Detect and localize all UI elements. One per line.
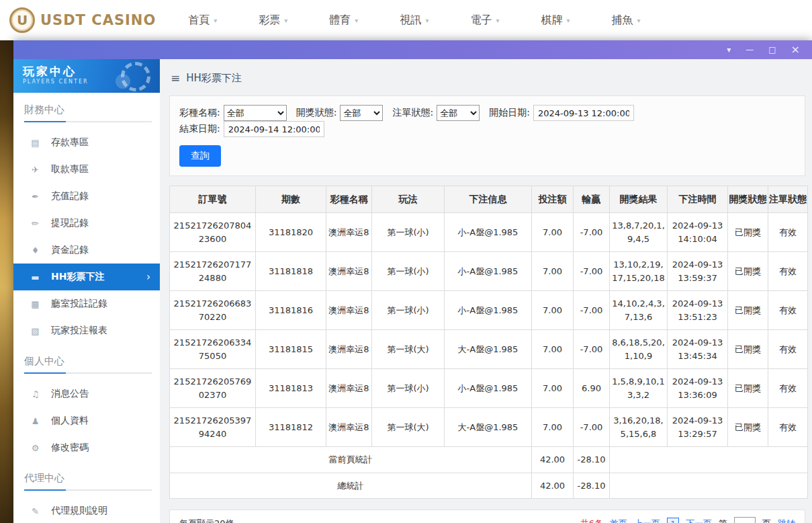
chevron-down-icon: ▾	[496, 17, 499, 24]
logo[interactable]: U USDT CASINO	[0, 7, 156, 33]
table-cell: 3,16,20,18,5,15,6,8	[610, 408, 668, 447]
bet-table-body: 215217262078042360031181820澳洲幸运8第一球(小)小-…	[170, 213, 808, 447]
column-header-order-status: 注單狀態	[768, 186, 808, 213]
sidebar-item-profile[interactable]: ♟ 個人資料	[13, 407, 160, 434]
end-date-label: 結束日期:	[179, 123, 220, 135]
nav-item-sports[interactable]: 體育 ▾	[329, 13, 358, 28]
current-page-button[interactable]: 1	[667, 518, 679, 523]
sidebar-subtitle: PLAYERS CENTER	[23, 79, 160, 85]
sidebar-item-label: 玩家投注報表	[51, 325, 107, 337]
order-status-select[interactable]: 全部	[437, 105, 480, 121]
table-row: 215217262053979424031181812澳洲幸运8第一球(大)大-…	[170, 408, 808, 447]
sidebar-item-room-bet-record[interactable]: ▦ 廳室投註記錄	[13, 290, 160, 317]
gear-icon: ⚙	[30, 443, 41, 453]
end-date-input[interactable]	[224, 121, 324, 137]
sidebar-title: 玩家中心	[23, 64, 160, 79]
lottery-name-select[interactable]: 全部	[224, 105, 287, 121]
main-content: ≡ HH彩票下注 彩種名稱: 全部 開獎狀態: 全部	[160, 59, 812, 523]
column-header-bet-amount: 投注額	[532, 186, 574, 213]
players-center-window: ▾ — □ × 玩家中心 PLAYERS CENTER 財務中心 ▤ 存款專區 …	[13, 40, 812, 523]
sidebar-section-personal: 個人中心	[24, 355, 152, 374]
table-cell: 小-A盤@1.985	[445, 369, 532, 408]
table-cell: -7.00	[574, 330, 610, 369]
chevron-down-icon: ▾	[425, 17, 428, 24]
collapse-icon[interactable]: ▾	[727, 46, 731, 54]
first-page-link[interactable]: 首页	[610, 518, 627, 523]
nav-item-lottery[interactable]: 彩票 ▾	[259, 13, 287, 28]
page-jump-input[interactable]	[734, 517, 756, 523]
table-cell: 小-A盤@1.985	[445, 213, 532, 252]
nav-item-video[interactable]: 視訊 ▾	[400, 13, 428, 28]
current-page-summary-row: 當前頁統計 42.00 -28.10	[170, 447, 808, 473]
table-cell: 2024-09-13 13:45:34	[668, 330, 728, 369]
draw-status-select[interactable]: 全部	[340, 105, 383, 121]
column-header-bet-time: 下注時間	[668, 186, 728, 213]
table-cell: 有效	[768, 252, 808, 291]
sidebar-item-withdrawal-record[interactable]: ✏ 提現記錄	[13, 210, 160, 237]
table-cell: -7.00	[574, 213, 610, 252]
column-header-draw-result: 開獎結果	[610, 186, 668, 213]
minimize-icon[interactable]: —	[746, 46, 754, 54]
start-date-input[interactable]	[533, 105, 634, 121]
column-header-winloss: 輸贏	[574, 186, 610, 213]
room-bet-record-icon: ▦	[30, 299, 41, 309]
chevron-down-icon: ▾	[355, 17, 358, 24]
sidebar-item-agent-rules[interactable]: ✎ 代理規則說明	[13, 497, 160, 523]
chevron-down-icon: ▾	[284, 17, 287, 24]
next-page-link[interactable]: 下一页	[686, 518, 712, 523]
maximize-icon[interactable]: □	[768, 46, 776, 54]
page-title: ≡ HH彩票下注	[171, 71, 805, 85]
jump-link[interactable]: 跳转	[778, 518, 795, 523]
sidebar-item-hh-lottery-bet[interactable]: ▬ HH彩票下注 ›	[13, 264, 160, 290]
nav-item-label: 首頁	[188, 13, 210, 28]
table-cell: 31181813	[256, 369, 326, 408]
column-header-draw-status: 開獎狀態	[728, 186, 768, 213]
personal-menu: ♫ 消息公告 ♟ 個人資料 ⚙ 修改密碼	[13, 375, 160, 461]
column-header-period: 期數	[256, 186, 326, 213]
table-cell: 7.00	[532, 252, 574, 291]
table-row: 215217262078042360031181820澳洲幸运8第一球(小)小-…	[170, 213, 808, 252]
players-center-header: 玩家中心 PLAYERS CENTER	[13, 59, 160, 93]
sidebar: 玩家中心 PLAYERS CENTER 財務中心 ▤ 存款專區 ✈ 取款專區 ✒…	[13, 59, 160, 523]
table-cell: 澳洲幸运8	[326, 252, 372, 291]
sidebar-item-recharge-record[interactable]: ✒ 充值記錄	[13, 183, 160, 210]
table-cell: 2024-09-13 13:29:57	[668, 408, 728, 447]
profile-person-icon: ♟	[30, 416, 41, 426]
table-cell: 7.00	[532, 408, 574, 447]
nav-item-label: 體育	[329, 13, 351, 28]
filter-panel: 彩種名稱: 全部 開獎狀態: 全部 注單狀態: 全	[169, 95, 805, 176]
nav-item-fishing[interactable]: 捕魚 ▾	[611, 13, 640, 28]
close-icon[interactable]: ×	[791, 44, 800, 55]
table-cell: 澳洲幸运8	[326, 291, 372, 330]
search-button[interactable]: 查詢	[179, 145, 221, 167]
sidebar-item-notice[interactable]: ♫ 消息公告	[13, 380, 160, 407]
document-icon: ✎	[30, 506, 41, 516]
table-cell: 已開獎	[728, 291, 768, 330]
logo-coin-icon: U	[9, 7, 35, 33]
chevron-down-icon: ▾	[214, 17, 217, 24]
sidebar-item-change-password[interactable]: ⚙ 修改密碼	[13, 434, 160, 461]
table-cell: 13,10,2,19,17,15,20,18	[610, 252, 668, 291]
sidebar-item-fund-record[interactable]: ♦ 資金記錄	[13, 237, 160, 264]
nav-item-electronic[interactable]: 電子 ▾	[470, 13, 499, 28]
nav-item-board-games[interactable]: 棋牌 ▾	[541, 13, 570, 28]
table-cell: -7.00	[574, 291, 610, 330]
menu-toggle-icon[interactable]: ≡	[171, 71, 180, 85]
notice-bell-icon: ♫	[30, 389, 41, 399]
pagination-bar: 每頁顯示20條 共6条 首页 上一页 1 下一页 第 页 跳转	[169, 510, 805, 523]
sidebar-item-label: 充值記錄	[51, 190, 89, 202]
summary-winloss-total: -28.10	[574, 447, 610, 473]
table-cell: 2024-09-13 13:59:37	[668, 252, 728, 291]
table-cell: 小-A盤@1.985	[445, 252, 532, 291]
table-cell: 大-A盤@1.985	[445, 408, 532, 447]
jump-prefix-text: 第	[719, 518, 727, 523]
table-cell: 第一球(小)	[372, 369, 445, 408]
sidebar-item-player-report[interactable]: ▧ 玩家投注報表	[13, 317, 160, 344]
sidebar-item-withdraw[interactable]: ✈ 取款專區	[13, 156, 160, 183]
nav-item-home[interactable]: 首頁 ▾	[188, 13, 217, 28]
table-cell: 31181812	[256, 408, 326, 447]
sidebar-item-deposit[interactable]: ▤ 存款專區	[13, 129, 160, 156]
nav-item-label: 視訊	[400, 13, 421, 28]
prev-page-link[interactable]: 上一页	[634, 518, 660, 523]
table-cell: 8,6,18,5,20,1,10,9	[610, 330, 668, 369]
